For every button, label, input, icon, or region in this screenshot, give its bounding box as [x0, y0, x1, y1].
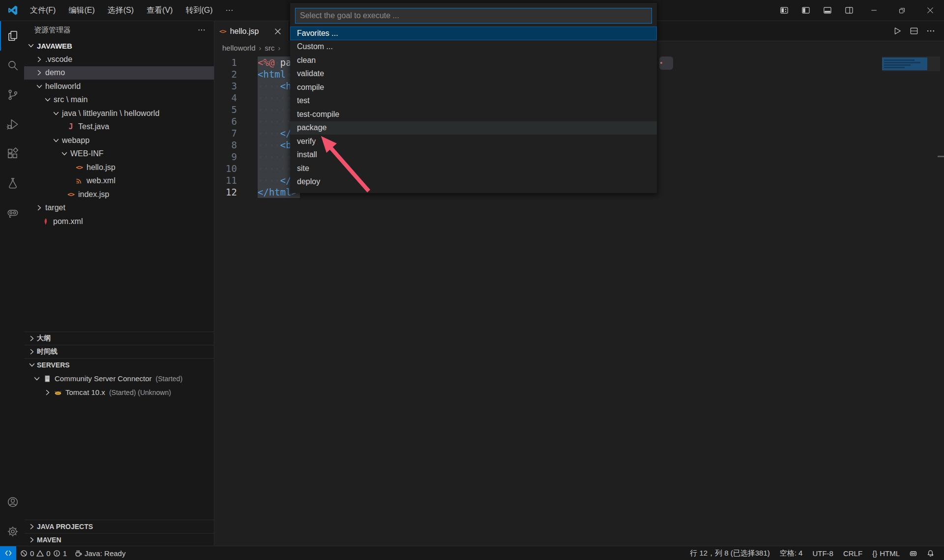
- project-section-header[interactable]: JAVAWEB: [24, 39, 214, 53]
- restore-icon[interactable]: [888, 0, 916, 21]
- goal-list: Favorites ...Custom ...cleanvalidatecomp…: [290, 27, 657, 193]
- maven-section-header[interactable]: MAVEN: [24, 533, 214, 546]
- goal-item-favorites[interactable]: Favorites ...: [290, 27, 657, 40]
- line-number: 7: [214, 127, 237, 139]
- tree-item-java-littleyanlin-helloworld[interactable]: java \ littleyanlin \ helloworld: [24, 107, 214, 120]
- tree-item-label: helloworld: [45, 82, 81, 91]
- server-item-tomcat[interactable]: Tomcat 10.x (Started) (Unknown): [24, 386, 214, 399]
- server-item-community-server-connector[interactable]: Community Server Connector (Started): [24, 372, 214, 386]
- eol-status[interactable]: CRLF: [838, 546, 867, 560]
- status-bar: 0 0 1 Java: Ready 行 12，列 8 (已选择381) 空格: …: [0, 546, 944, 560]
- remote-indicator[interactable]: [0, 546, 16, 560]
- status-bar-right: 行 12，列 8 (已选择381) 空格: 4 UTF-8 CRLF {} HT…: [685, 546, 944, 560]
- activity-run-debug-icon[interactable]: [0, 110, 24, 139]
- tree-item-target[interactable]: target: [24, 201, 214, 215]
- menu-item-编辑-e[interactable]: 编辑(E): [62, 0, 101, 21]
- tree-item-hello-jsp[interactable]: <>hello.jsp: [24, 161, 214, 174]
- tree-item-demo[interactable]: demo: [24, 66, 214, 80]
- tree-item-helloworld[interactable]: helloworld: [24, 80, 214, 93]
- tree-item-test-java[interactable]: JTest.java: [24, 120, 214, 134]
- goal-item-test-compile[interactable]: test-compile: [290, 108, 657, 121]
- outline-section-header[interactable]: 大纲: [24, 332, 214, 345]
- tree-item-vscode[interactable]: .vscode: [24, 53, 214, 66]
- menu-bar: 文件(F)编辑(E)选择(S)查看(V)转到(G)···: [24, 0, 240, 21]
- quick-pick-input-box: [295, 8, 652, 24]
- goal-item-verify[interactable]: verify: [290, 135, 657, 148]
- line-number: 6: [214, 115, 237, 127]
- chevron-right-icon: [35, 204, 43, 212]
- menu-item-查看-v[interactable]: 查看(V): [140, 0, 179, 21]
- tree-item-src-main[interactable]: src \ main: [24, 93, 214, 107]
- vscode-logo-icon: [7, 4, 19, 16]
- servers-section-header[interactable]: SERVERS: [24, 358, 214, 371]
- tree-item-index-jsp[interactable]: <>index.jsp: [24, 188, 214, 201]
- activity-testing-icon[interactable]: [0, 168, 24, 198]
- xml-file-icon: [75, 177, 84, 185]
- tree-item-label: demo: [45, 68, 65, 77]
- menu-item-文件-f[interactable]: 文件(F): [24, 0, 62, 21]
- info-icon: [53, 550, 60, 557]
- line-number: 3: [214, 80, 237, 92]
- editor-overlay-widget: [659, 56, 673, 70]
- goal-item-test[interactable]: test: [290, 94, 657, 108]
- tree-item-label: pom.xml: [53, 217, 83, 226]
- toggle-sidebar-icon[interactable]: [795, 0, 817, 21]
- indentation-status[interactable]: 空格: 4: [775, 546, 808, 560]
- menu-item-overflow[interactable]: ···: [219, 0, 240, 21]
- chevron-down-icon: [35, 83, 43, 90]
- tree-item-label: index.jsp: [78, 190, 109, 199]
- problems-status[interactable]: 0 0 1: [16, 546, 71, 560]
- activity-search-icon[interactable]: [0, 51, 24, 80]
- goal-item-clean[interactable]: clean: [290, 54, 657, 67]
- tree-item-web-inf[interactable]: WEB-INF: [24, 147, 214, 161]
- goal-item-package[interactable]: package: [290, 121, 657, 135]
- activity-server-connector-icon[interactable]: [0, 198, 24, 227]
- tree-item-label: WEB-INF: [70, 149, 104, 158]
- activity-account-icon[interactable]: [0, 487, 24, 517]
- tree-item-label: hello.jsp: [87, 163, 116, 172]
- goal-item-install[interactable]: install: [290, 148, 657, 162]
- tab-close-icon[interactable]: [273, 27, 283, 36]
- activity-settings-icon[interactable]: [0, 517, 24, 546]
- explorer-sidebar: 资源管理器 JAVAWEB .vscodedemohelloworldsrc \…: [24, 21, 214, 546]
- line-number: 10: [214, 163, 237, 174]
- goal-item-compile[interactable]: compile: [290, 81, 657, 94]
- run-icon[interactable]: [889, 21, 906, 41]
- goal-item-deploy[interactable]: deploy: [290, 175, 657, 189]
- goal-item-site[interactable]: site: [290, 162, 657, 175]
- tree-item-webapp[interactable]: webapp: [24, 134, 214, 147]
- activity-explorer-icon[interactable]: [0, 21, 24, 51]
- chevron-down-icon: [52, 110, 60, 117]
- tree-item-pom-xml[interactable]: pom.xml: [24, 215, 214, 228]
- chevron-right-icon: [35, 56, 43, 63]
- encoding-status[interactable]: UTF-8: [807, 546, 838, 560]
- java-status[interactable]: Java: Ready: [71, 546, 129, 560]
- minimize-icon[interactable]: [860, 0, 888, 21]
- goal-input[interactable]: [295, 11, 651, 20]
- browser-preview-icon[interactable]: [905, 546, 922, 560]
- notifications-bell-icon[interactable]: [922, 546, 939, 560]
- goal-item-custom[interactable]: Custom ...: [290, 40, 657, 54]
- tree-item-web-xml[interactable]: web.xml: [24, 174, 214, 188]
- language-mode-status[interactable]: {} HTML: [867, 546, 905, 560]
- chevron-down-icon: [52, 137, 60, 144]
- explorer-more-actions-icon[interactable]: [197, 26, 206, 34]
- activity-source-control-icon[interactable]: [0, 80, 24, 110]
- menu-item-选择-s[interactable]: 选择(S): [101, 0, 140, 21]
- more-actions-icon[interactable]: [922, 21, 939, 41]
- timeline-section-header[interactable]: 时间线: [24, 345, 214, 358]
- jsp-file-icon: <>: [219, 28, 226, 35]
- toggle-secondary-sidebar-icon[interactable]: [838, 0, 860, 21]
- java-projects-section-header[interactable]: JAVA PROJECTS: [24, 520, 214, 533]
- chevron-right-icon: ›: [259, 44, 262, 52]
- tab-hello-jsp[interactable]: <> hello.jsp: [214, 21, 288, 41]
- goal-item-validate[interactable]: validate: [290, 67, 657, 81]
- activity-extensions-icon[interactable]: [0, 139, 24, 168]
- menu-item-转到-g[interactable]: 转到(G): [179, 0, 219, 21]
- cursor-position-status[interactable]: 行 12，列 8 (已选择381): [685, 546, 775, 560]
- split-editor-icon[interactable]: [906, 21, 922, 41]
- close-window-icon[interactable]: [916, 0, 944, 21]
- toggle-panel-icon[interactable]: [817, 0, 838, 21]
- chevron-right-icon: [35, 69, 43, 77]
- customize-layout-icon[interactable]: [773, 0, 795, 21]
